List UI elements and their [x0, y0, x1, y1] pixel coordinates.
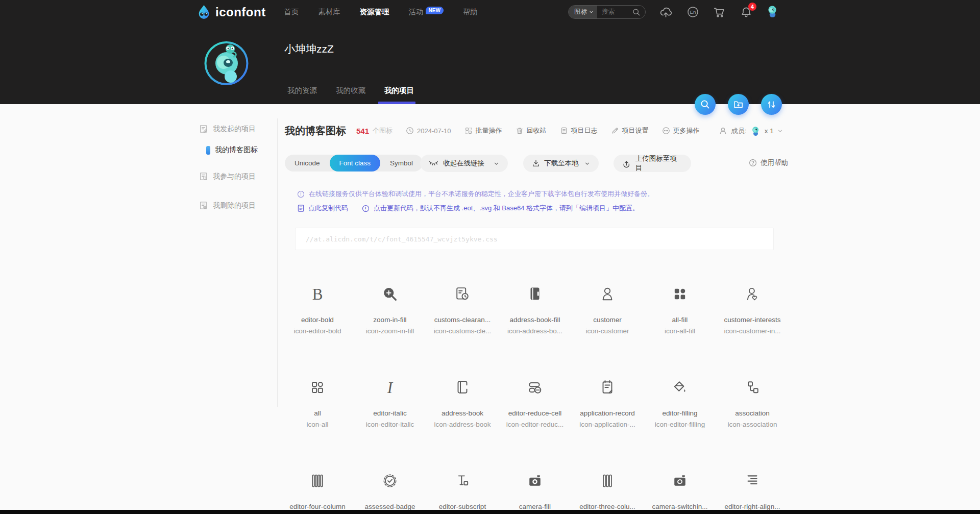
doc-delete-icon — [199, 201, 208, 210]
application-record-icon — [571, 376, 644, 399]
eye-closed-icon — [429, 160, 438, 167]
nav-resource-management[interactable]: 资源管理 — [360, 7, 389, 17]
nav-home[interactable]: 首页 — [284, 7, 299, 17]
new-badge: NEW — [426, 7, 444, 14]
all-icon — [281, 376, 354, 399]
icon-name: zoom-in-fill — [354, 315, 426, 325]
sidebar-divider — [277, 118, 278, 407]
nav-activity[interactable]: 活动NEW — [409, 7, 444, 17]
member-person-icon — [719, 127, 727, 135]
sidebar-item-deleted-projects[interactable]: 我删除的项目 — [199, 201, 256, 210]
icon-card[interactable]: zoom-in-fill icon-zoom-in-fill — [354, 265, 426, 359]
download-local-button[interactable]: 下载至本地 — [523, 155, 599, 172]
upload-circle-icon — [622, 159, 631, 168]
icon-card[interactable]: editor-right-align... — [716, 452, 789, 514]
doc-search-icon — [199, 172, 208, 181]
batch-actions-button[interactable]: 批量操作 — [464, 126, 502, 135]
folder-plus-icon — [733, 99, 744, 110]
icon-class-code: icon-all — [281, 420, 354, 429]
mode-symbol[interactable]: Symbol — [380, 155, 423, 172]
icon-card[interactable]: editor-three-colu... — [571, 452, 644, 514]
update-code-note[interactable]: 点击更新代码，默认不再生成 .eot、.svg 和 Base64 格式字体，请到… — [362, 204, 639, 213]
icon-card[interactable]: camera-switchin... — [644, 452, 716, 514]
icon-name: customs-clearan... — [426, 315, 499, 325]
icon-name: editor-bold — [281, 315, 354, 325]
customer-icon — [571, 283, 644, 305]
mode-font-class[interactable]: Font class — [330, 155, 381, 172]
search-input[interactable]: 搜索 — [597, 8, 632, 16]
profile-tabs: 我的资源 我的收藏 我的项目 — [287, 86, 414, 95]
active-tab-indicator — [378, 102, 415, 104]
mode-segmented-control: Unicode Font class Symbol — [285, 155, 423, 172]
usage-help-link[interactable]: 使用帮助 — [749, 158, 788, 167]
icon-card[interactable]: assessed-badge — [354, 452, 426, 514]
tab-my-resources[interactable]: 我的资源 — [287, 86, 317, 95]
icon-card[interactable]: B editor-bold icon-editor-bold — [281, 265, 354, 359]
more-actions-button[interactable]: 更多操作 — [662, 126, 700, 135]
icon-card[interactable]: editor-subscript — [426, 452, 499, 514]
project-settings-button[interactable]: 项目设置 — [611, 126, 649, 135]
nav-help[interactable]: 帮助 — [463, 7, 478, 17]
icon-name: customer-interests — [716, 315, 789, 325]
profile-username: 小坤坤zzZ — [284, 42, 334, 56]
editor-bold-icon: B — [281, 283, 354, 305]
icon-card[interactable]: customer-interests icon-customer-in... — [716, 265, 789, 359]
bottom-edge-bar — [0, 510, 980, 514]
cart-icon[interactable] — [712, 5, 726, 19]
warning-circle-icon — [362, 205, 370, 212]
all-fill-icon — [644, 283, 716, 305]
iconfont-logo[interactable]: iconfont — [196, 4, 266, 20]
project-log-button[interactable]: 项目日志 — [560, 126, 598, 135]
project-book-icon — [206, 146, 210, 155]
icon-card[interactable]: all icon-all — [281, 359, 354, 452]
members-dropdown[interactable]: 成员: x 1 — [719, 126, 783, 136]
tab-my-favorites[interactable]: 我的收藏 — [336, 86, 365, 95]
mode-unicode[interactable]: Unicode — [285, 155, 330, 172]
icon-card[interactable]: customs-clearan... icon-customs-cle... — [426, 265, 499, 359]
batch-ops-icon — [464, 127, 473, 135]
new-folder-fab[interactable] — [728, 94, 749, 115]
icon-card[interactable]: editor-reduce-cell icon-editor-reduc... — [499, 359, 571, 452]
icon-card[interactable]: customer icon-customer — [571, 265, 644, 359]
collapse-online-link-button[interactable]: 收起在线链接 — [420, 155, 508, 172]
notifications-bell-icon[interactable]: 4 — [739, 5, 753, 19]
search-icon[interactable] — [632, 8, 645, 16]
icon-name: all — [281, 409, 354, 418]
upload-cloud-icon[interactable] — [659, 5, 673, 19]
editor-three-column-icon — [571, 470, 644, 492]
search-project-fab[interactable] — [695, 94, 716, 115]
recycle-bin-button[interactable]: 回收站 — [516, 126, 547, 135]
icon-card[interactable]: address-book-fill icon-address-bo... — [499, 265, 571, 359]
sort-order-fab[interactable] — [761, 94, 782, 115]
nav-assets[interactable]: 素材库 — [318, 7, 340, 17]
sidebar-item-my-blog-icons[interactable]: 我的博客图标 — [206, 145, 258, 155]
top-navigation: 首页 素材库 资源管理 活动NEW 帮助 — [284, 0, 478, 23]
navbar-search[interactable]: 图标 搜索 — [568, 5, 646, 19]
icon-card[interactable]: editor-filling icon-editor-filling — [644, 359, 716, 452]
icon-class-code: icon-editor-filling — [644, 420, 716, 429]
icon-name: application-record — [571, 409, 644, 418]
icon-card[interactable]: camera-fill — [499, 452, 571, 514]
icon-name: all-fill — [644, 315, 716, 325]
icon-class-code: icon-all-fill — [644, 327, 716, 336]
address-book-icon — [426, 376, 499, 399]
chevron-down-icon — [584, 161, 590, 166]
icon-card[interactable]: I editor-italic icon-editor-italic — [354, 359, 426, 452]
icon-card[interactable]: address-book icon-address-book — [426, 359, 499, 452]
language-en-icon[interactable]: En — [686, 5, 700, 19]
sidebar-item-initiated-projects[interactable]: 我发起的项目 — [199, 124, 256, 134]
sidebar-item-joined-projects[interactable]: 我参与的项目 — [199, 172, 256, 181]
upload-icons-button[interactable]: 上传图标至项目 — [614, 155, 691, 172]
icon-card[interactable]: association icon-association — [716, 359, 789, 452]
search-category-dropdown[interactable]: 图标 — [569, 6, 597, 18]
user-avatar[interactable] — [766, 4, 779, 18]
icon-card[interactable]: application-record icon-application-... — [571, 359, 644, 452]
copy-code-link[interactable]: 点此复制代码 — [297, 204, 348, 213]
icon-card[interactable]: editor-four-column — [281, 452, 354, 514]
icon-class-code: icon-editor-bold — [281, 327, 354, 336]
icon-card[interactable]: all-fill icon-all-fill — [644, 265, 716, 359]
font-css-url-box[interactable]: //at.alicdn.com/t/c/font_4615547_wcvjzt5… — [295, 228, 774, 250]
tab-my-projects[interactable]: 我的项目 — [384, 86, 414, 95]
icon-class-code: icon-application-... — [571, 420, 644, 429]
log-doc-icon — [560, 127, 568, 135]
